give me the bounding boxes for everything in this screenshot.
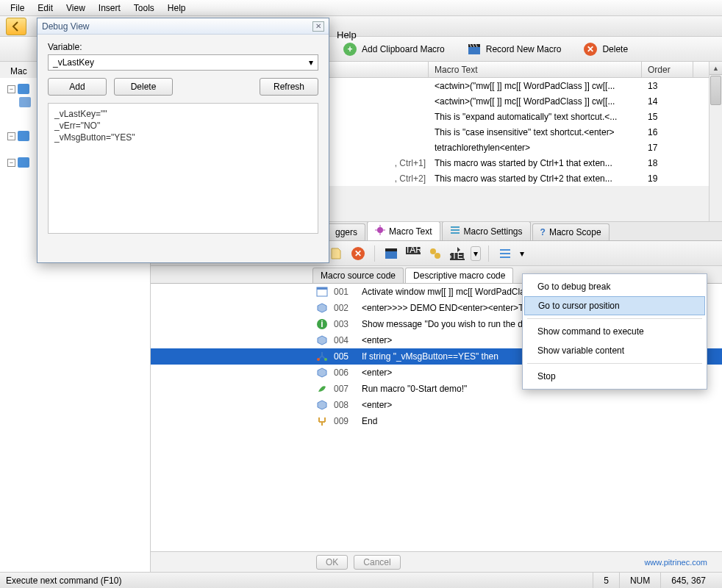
line-text: End (362, 416, 377, 426)
menubar: File Edit View Insert Tools Help (0, 0, 722, 16)
svg-rect-10 (451, 226, 460, 228)
note-icon[interactable] (327, 245, 345, 262)
expander-icon[interactable]: − (7, 159, 15, 167)
menu-tools[interactable]: Tools (128, 1, 160, 15)
refresh-button[interactable]: Refresh (260, 78, 318, 96)
clipboard-plus-icon: + (343, 42, 357, 57)
line-icon (316, 367, 328, 379)
variable-label: Variable: (48, 42, 318, 52)
folder-icon (18, 84, 29, 94)
delete-icon: ✕ (583, 42, 598, 57)
line-text: <enter> (362, 400, 392, 410)
line-text: <enter> (362, 368, 392, 378)
ok-button[interactable]: OK (316, 555, 348, 570)
line-text: If string "_vMsgButton==YES" then (362, 351, 498, 362)
start-icon[interactable]: START (404, 245, 422, 262)
sliders-icon (450, 225, 460, 237)
toolbar-help-label[interactable]: Help (337, 29, 357, 40)
line-icon (316, 383, 328, 395)
clapper-icon[interactable] (382, 245, 400, 262)
svg-point-28 (317, 358, 320, 361)
line-icon (316, 351, 328, 362)
col-macro-text[interactable]: Macro Text (429, 62, 642, 77)
dialog-titlebar[interactable]: Debug View ✕ (37, 18, 329, 35)
svg-point-29 (324, 358, 327, 361)
line-number: 001 (334, 287, 356, 297)
list-icon[interactable] (496, 245, 514, 262)
debug-view-dialog[interactable]: Debug View ✕ Variable: _vLastKey ▾ Add D… (37, 18, 329, 263)
clapper-icon (467, 42, 482, 57)
record-new-macro-button[interactable]: Record New Macro (462, 40, 566, 59)
line-icon (316, 286, 328, 298)
line-number: 004 (334, 335, 356, 345)
status-coord: 645, 367 (660, 573, 716, 588)
variable-list[interactable]: _vLastKey="" _vErr="NO" _vMsgButton="YES… (48, 103, 318, 234)
context-menu-item[interactable]: Go to cursor position (524, 296, 705, 315)
svg-rect-13 (385, 251, 397, 259)
line-icon (316, 415, 328, 427)
statusbar: Execute next command (F10) 5 NUM 645, 36… (0, 572, 722, 588)
status-hint: Execute next command (F10) (6, 576, 593, 586)
context-menu-item[interactable]: Stop (523, 367, 707, 386)
context-menu-item[interactable]: Show command to execute (523, 322, 707, 341)
grid-scrollbar[interactable]: ▲ (709, 62, 722, 221)
back-button[interactable] (6, 18, 26, 35)
line-number: 003 (334, 319, 356, 329)
sun-icon (375, 225, 385, 237)
line-number: 008 (334, 400, 356, 410)
gears-icon[interactable] (426, 245, 444, 262)
delete-button[interactable]: Delete (114, 78, 173, 96)
chevron-down-icon[interactable]: ▾ (309, 57, 313, 68)
line-icon (316, 399, 328, 411)
menu-file[interactable]: File (4, 1, 30, 15)
line-number: 006 (334, 368, 356, 378)
svg-rect-22 (500, 253, 510, 254)
context-menu-item[interactable]: Go to debug break (523, 277, 707, 296)
menu-edit[interactable]: Edit (32, 1, 59, 15)
col-order[interactable]: Order (642, 62, 693, 77)
menu-help[interactable]: Help (162, 1, 192, 15)
item-icon (19, 97, 31, 107)
add-button[interactable]: Add (48, 78, 107, 96)
code-line[interactable]: 008 <enter> (151, 397, 722, 413)
dropdown-icon[interactable]: ▾ (471, 246, 481, 261)
status-num: NUM (619, 573, 660, 588)
code-line[interactable]: 009End (151, 413, 722, 429)
scroll-thumb[interactable] (710, 76, 721, 105)
tab-macro-text[interactable]: Macro Text (367, 221, 440, 240)
variable-value: _vLastKey="" (54, 108, 312, 120)
debug-context-menu[interactable]: Go to debug breakGo to cursor positionSh… (522, 273, 707, 390)
tab-macro-settings[interactable]: Macro Settings (442, 221, 531, 240)
svg-rect-11 (451, 229, 460, 231)
cancel-button[interactable]: Cancel (354, 555, 400, 570)
delete-button[interactable]: ✕ Delete (579, 40, 632, 59)
expander-icon[interactable]: − (7, 85, 15, 93)
menu-view[interactable]: View (60, 1, 91, 15)
variable-combo[interactable]: _vLastKey ▾ (48, 54, 318, 71)
svg-rect-0 (468, 47, 480, 54)
scroll-up-icon[interactable]: ▲ (710, 62, 722, 75)
tab-triggers[interactable]: ggers (327, 223, 365, 240)
dialog-buttons: OK Cancel www.pitrinec.com (151, 551, 722, 572)
folder-icon (18, 157, 29, 168)
line-number: 009 (334, 416, 356, 426)
line-number: 005 (334, 351, 356, 362)
svg-rect-21 (500, 249, 510, 251)
variable-value: _vErr="NO" (54, 120, 312, 132)
step-icon[interactable]: STEP (448, 245, 466, 262)
subtab-descriptive[interactable]: Descriptive macro code (405, 268, 513, 283)
menu-insert[interactable]: Insert (93, 1, 126, 15)
dropdown-icon[interactable]: ▾ (518, 245, 526, 262)
delete-icon[interactable]: ✕ (349, 245, 367, 262)
variable-value: _vMsgButton="YES" (54, 132, 312, 143)
svg-point-5 (377, 227, 383, 233)
tab-macro-scope[interactable]: ? Macro Scope (532, 223, 610, 240)
subtab-source[interactable]: Macro source code (312, 268, 404, 283)
expander-icon[interactable]: − (7, 132, 15, 140)
dialog-title: Debug View (42, 21, 90, 32)
website-link[interactable]: www.pitrinec.com (644, 558, 707, 567)
add-clipboard-macro-button[interactable]: + Add Clipboard Macro (338, 40, 449, 59)
context-menu-item[interactable]: Show variable content (523, 341, 707, 360)
close-icon[interactable]: ✕ (312, 21, 324, 32)
svg-point-18 (435, 253, 440, 259)
